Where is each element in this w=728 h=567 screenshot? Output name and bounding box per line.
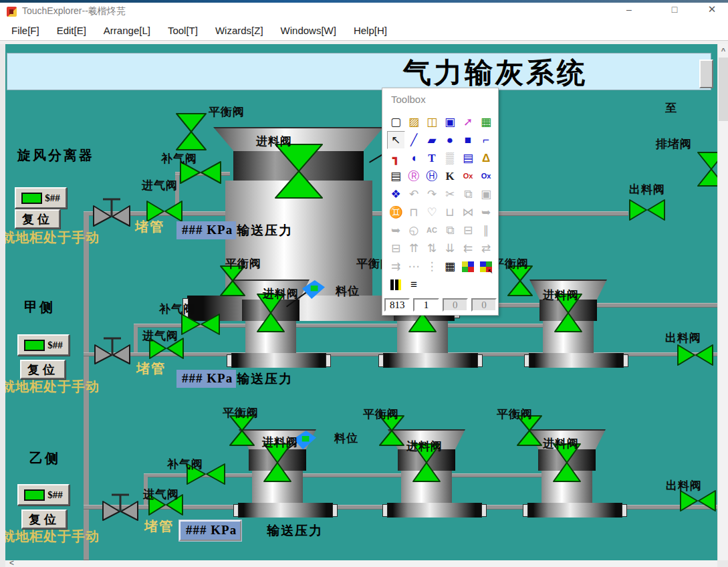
space-h-icon[interactable]: ⋯ bbox=[405, 257, 423, 275]
scroll-left-icon[interactable]: < bbox=[9, 558, 14, 567]
status-button[interactable]: $## bbox=[15, 187, 67, 209]
menu-edit[interactable]: Edit[E] bbox=[48, 25, 95, 36]
bring-front-icon[interactable]: ⧉ bbox=[441, 221, 459, 239]
pipe-tool-icon[interactable]: ┓ bbox=[387, 149, 405, 167]
db-output-icon[interactable]: Ox bbox=[459, 167, 477, 185]
hmi-canvas[interactable]: 气力输灰系统 平衡阀进料阀料位补气阀进气阀出料阀排堵阀至平衡阀平衡阀平衡阀进料阀… bbox=[5, 44, 717, 560]
horizontal-scrollbar[interactable]: < bbox=[5, 560, 717, 567]
vertical-scrollbar[interactable]: ^ bbox=[717, 44, 728, 560]
expression-icon[interactable]: K bbox=[441, 167, 459, 185]
purge-valve[interactable] bbox=[697, 151, 717, 187]
nudge-icon[interactable]: ➥ bbox=[477, 203, 495, 221]
menu-windows[interactable]: Windows[W] bbox=[272, 25, 345, 36]
ellipse-tool-icon[interactable]: ● bbox=[441, 131, 459, 149]
redo-icon[interactable]: ↷ bbox=[423, 185, 441, 203]
group-icon[interactable]: ♡ bbox=[423, 203, 441, 221]
undo-icon[interactable]: ↶ bbox=[405, 185, 423, 203]
palette-icon[interactable] bbox=[459, 257, 477, 275]
feed-valve[interactable] bbox=[274, 143, 324, 199]
align-bottom-icon[interactable]: ⊔ bbox=[441, 203, 459, 221]
report-tool-icon[interactable]: ▤ bbox=[387, 167, 405, 185]
copy-icon[interactable]: ⧉ bbox=[459, 185, 477, 203]
reset-button[interactable]: 复位 bbox=[15, 209, 60, 229]
toolbox-field-0[interactable]: 813 bbox=[384, 298, 410, 312]
exit-door-icon[interactable]: ◫ bbox=[423, 113, 441, 131]
pressure-display[interactable]: ### KPa输送压力 bbox=[179, 520, 323, 541]
send-back-icon[interactable]: ⊟ bbox=[459, 221, 477, 239]
alarm-tool-icon[interactable]: Δ bbox=[477, 149, 495, 167]
polyline-tool-icon[interactable]: ⌐ bbox=[477, 131, 495, 149]
flip-icon[interactable]: ⋈ bbox=[459, 203, 477, 221]
line-tool-icon[interactable]: ╱ bbox=[405, 131, 423, 149]
toolbox-palette[interactable]: Toolbox ▢▨◫▣➚▦↖╱▰●■⌐┓◖T▒▤Δ▤ⓇⒽKOxOx❖↶↷✂⧉▣… bbox=[382, 88, 499, 316]
select-cursor-icon[interactable]: ↖ bbox=[387, 131, 405, 149]
bitmap-tool-icon[interactable]: ▒ bbox=[441, 149, 459, 167]
menu-help[interactable]: Help[H] bbox=[345, 25, 396, 36]
align-center-h-icon[interactable]: ⊟ bbox=[387, 239, 405, 257]
mirror-icon[interactable]: ♊ bbox=[387, 203, 405, 221]
menu-arrange[interactable]: Arrange[L] bbox=[95, 25, 159, 36]
fill-style-icon[interactable] bbox=[387, 275, 405, 294]
run-project-icon[interactable]: ➚ bbox=[459, 113, 477, 131]
new-file-icon[interactable]: ▢ bbox=[387, 113, 405, 131]
status-button[interactable]: $## bbox=[17, 334, 70, 356]
open-folder-icon[interactable]: ▨ bbox=[405, 113, 423, 131]
arc-tool-icon[interactable]: ◖ bbox=[405, 149, 423, 167]
close-button[interactable]: ✕ bbox=[705, 2, 719, 17]
manual-valve[interactable] bbox=[102, 491, 139, 522]
color-picker-icon[interactable] bbox=[477, 257, 495, 275]
outlet-valve[interactable] bbox=[677, 344, 714, 366]
balance-valve[interactable] bbox=[175, 112, 207, 151]
align-down-icon[interactable]: ⇊ bbox=[441, 239, 459, 257]
level-indicator[interactable] bbox=[301, 279, 326, 300]
align-bottom-icon: ⊔ bbox=[445, 207, 454, 218]
manual-valve[interactable] bbox=[92, 195, 131, 227]
outlet-valve[interactable] bbox=[628, 199, 666, 221]
minimize-button[interactable]: – bbox=[622, 2, 636, 17]
control-tool-icon[interactable]: ▤ bbox=[459, 149, 477, 167]
menu-wizards[interactable]: Wizards[Z] bbox=[207, 25, 272, 36]
rect-tool-icon[interactable]: ■ bbox=[459, 131, 477, 149]
pressure-value[interactable]: ### KPa bbox=[176, 221, 236, 239]
window-style-icon[interactable]: ❖ bbox=[387, 185, 405, 203]
polygon-tool-icon[interactable]: ▰ bbox=[423, 131, 441, 149]
reset-button[interactable]: 复位 bbox=[20, 360, 66, 379]
paste-icon[interactable]: ▣ bbox=[477, 185, 495, 203]
manual-valve[interactable] bbox=[94, 334, 131, 365]
nudge-down-icon[interactable]: ➥ bbox=[387, 221, 405, 239]
pressure-display[interactable]: ### KPa输送压力 bbox=[176, 221, 293, 239]
maximize-button[interactable]: □ bbox=[667, 2, 682, 17]
save-icon[interactable]: ▣ bbox=[441, 113, 459, 131]
vertical-scrollbar-thumb[interactable] bbox=[719, 58, 728, 121]
font-case-icon[interactable]: AC bbox=[423, 221, 441, 239]
pressure-value[interactable]: ### KPa bbox=[176, 370, 236, 388]
menu-file[interactable]: File[F] bbox=[3, 25, 48, 36]
pressure-value[interactable]: ### KPa bbox=[179, 520, 241, 541]
status-button[interactable]: $## bbox=[17, 484, 70, 505]
align-middle-icon[interactable]: ⇄ bbox=[477, 239, 495, 257]
menu-tool[interactable]: Tool[T] bbox=[159, 25, 207, 36]
line-style-icon[interactable]: ≡ bbox=[405, 275, 423, 294]
grid-icon[interactable]: ▦ bbox=[441, 257, 459, 275]
banner-side-button[interactable] bbox=[699, 60, 713, 88]
distribute-v-icon[interactable]: ⇅ bbox=[423, 239, 441, 257]
rotate-icon[interactable]: ◵ bbox=[405, 221, 423, 239]
balance-valve-label: 平衡阀 bbox=[225, 256, 261, 271]
space-v-icon[interactable]: ⋮ bbox=[423, 257, 441, 275]
align-top-icon[interactable]: ⊓ bbox=[405, 203, 423, 221]
grid-icon: ▦ bbox=[445, 261, 455, 272]
scroll-up-icon[interactable]: ^ bbox=[718, 47, 728, 55]
text-tool-icon[interactable]: T bbox=[423, 149, 441, 167]
align-up-icon[interactable]: ⇈ bbox=[405, 239, 423, 257]
align-left-icon[interactable]: ⇇ bbox=[459, 239, 477, 257]
preview-screen-icon[interactable]: ▦ bbox=[477, 113, 495, 131]
pressure-display[interactable]: ### KPa输送压力 bbox=[176, 370, 293, 388]
realtime-trend-icon[interactable]: Ⓡ bbox=[405, 167, 423, 185]
split-icon[interactable]: ∥ bbox=[477, 221, 495, 239]
reset-button[interactable]: 复位 bbox=[21, 509, 67, 529]
history-trend-icon[interactable]: Ⓗ bbox=[423, 167, 441, 185]
cut-icon[interactable]: ✂ bbox=[441, 185, 459, 203]
toolbox-field-1[interactable]: 1 bbox=[413, 298, 439, 312]
db-input-icon[interactable]: Ox bbox=[477, 167, 495, 185]
align-right-icon[interactable]: ⇉ bbox=[387, 257, 405, 275]
